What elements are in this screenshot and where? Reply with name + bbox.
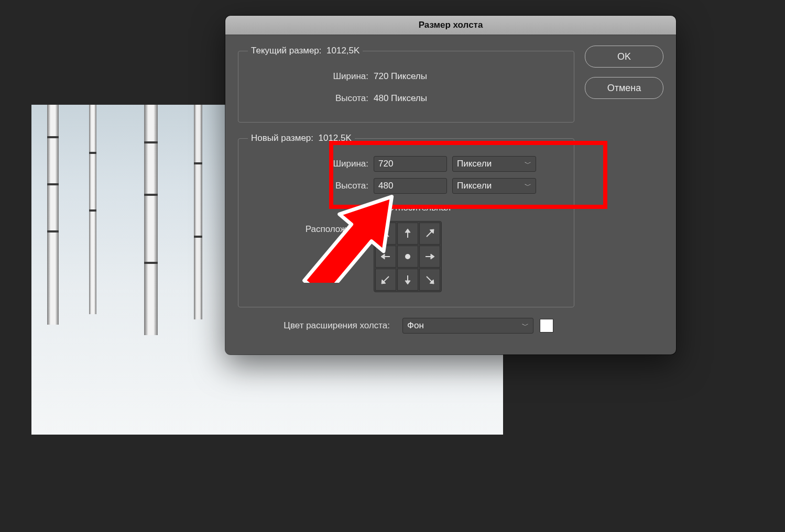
current-size-legend: Текущий размер: 1012,5K bbox=[248, 46, 363, 56]
height-input[interactable] bbox=[374, 178, 447, 194]
chevron-down-icon: ﹀ bbox=[525, 181, 531, 191]
relative-checkbox[interactable] bbox=[374, 203, 383, 213]
chevron-down-icon: ﹀ bbox=[522, 321, 529, 330]
anchor-w[interactable] bbox=[375, 246, 396, 268]
height-unit-select[interactable]: Пиксели ﹀ bbox=[452, 178, 536, 194]
anchor-center[interactable] bbox=[397, 246, 418, 268]
width-input[interactable] bbox=[374, 156, 447, 172]
cancel-button[interactable]: Отмена bbox=[585, 77, 663, 99]
anchor-se[interactable] bbox=[419, 269, 440, 291]
anchor-sw[interactable] bbox=[375, 269, 396, 291]
svg-marker-3 bbox=[405, 229, 410, 232]
new-height-label: Высота: bbox=[248, 181, 374, 191]
new-size-value: 1012,5K bbox=[319, 133, 352, 143]
extension-color-swatch[interactable] bbox=[540, 319, 553, 332]
relative-label: Относительная bbox=[387, 203, 451, 213]
extension-color-row: Цвет расширения холста: Фон ﹀ bbox=[238, 318, 574, 334]
width-unit-value: Пиксели bbox=[457, 159, 492, 169]
canvas-size-dialog: Размер холста Текущий размер: 1012,5K Ши… bbox=[225, 16, 676, 354]
new-size-group: Новый размер: 1012,5K Ширина: Пиксели ﹀ … bbox=[238, 133, 574, 307]
anchor-grid[interactable] bbox=[374, 221, 442, 292]
extension-color-select[interactable]: Фон ﹀ bbox=[402, 318, 533, 334]
extension-color-value: Фон bbox=[407, 320, 424, 331]
ok-button[interactable]: OK bbox=[585, 46, 663, 68]
anchor-e[interactable] bbox=[419, 246, 440, 268]
current-height-label: Высота: bbox=[248, 93, 374, 104]
extension-color-label: Цвет расширения холста: bbox=[238, 320, 397, 331]
anchor-center-dot-icon bbox=[405, 254, 410, 259]
current-width-label: Ширина: bbox=[248, 71, 374, 82]
chevron-down-icon: ﹀ bbox=[525, 159, 531, 169]
current-width-value: 720 Пикселы bbox=[374, 71, 427, 82]
anchor-label: Расположение: bbox=[248, 221, 374, 235]
height-unit-value: Пиксели bbox=[457, 181, 492, 191]
new-width-label: Ширина: bbox=[248, 159, 374, 169]
current-size-group: Текущий размер: 1012,5K Ширина: 720 Пикс… bbox=[238, 46, 574, 123]
anchor-n[interactable] bbox=[397, 223, 418, 245]
width-unit-select[interactable]: Пиксели ﹀ bbox=[452, 156, 536, 172]
anchor-nw[interactable] bbox=[375, 223, 396, 245]
svg-marker-7 bbox=[381, 254, 385, 259]
anchor-s[interactable] bbox=[397, 269, 418, 291]
current-size-value: 1012,5K bbox=[326, 46, 359, 56]
dialog-title: Размер холста bbox=[225, 16, 676, 35]
new-size-legend: Новый размер: 1012,5K bbox=[248, 133, 355, 143]
current-height-value: 480 Пикселы bbox=[374, 93, 427, 104]
anchor-ne[interactable] bbox=[419, 223, 440, 245]
svg-marker-13 bbox=[405, 281, 410, 284]
svg-marker-9 bbox=[431, 254, 434, 259]
